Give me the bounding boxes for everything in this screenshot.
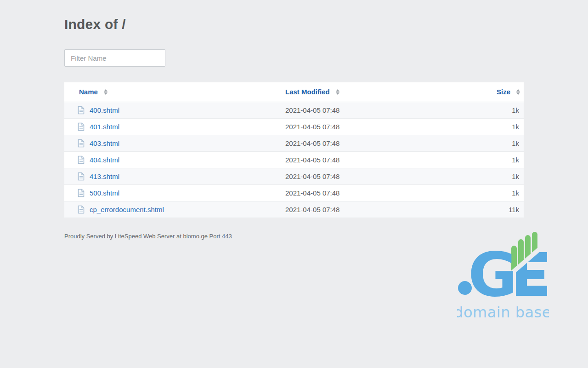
file-icon — [77, 189, 85, 197]
file-size: 1k — [469, 184, 524, 201]
table-row: 404.shtml2021-04-05 07:481k — [64, 151, 524, 168]
file-modified: 2021-04-05 07:48 — [285, 102, 469, 118]
column-header-label: Name — [79, 88, 98, 96]
ge-logo-graphic: G domain base — [457, 231, 549, 322]
file-modified: 2021-04-05 07:48 — [285, 201, 469, 218]
file-size: 11k — [469, 201, 524, 218]
file-link[interactable]: 401.shtml — [90, 123, 119, 131]
column-header-size[interactable]: Size — [469, 82, 524, 102]
file-link[interactable]: 500.shtml — [90, 189, 119, 197]
table-row: cp_errordocument.shtml2021-04-05 07:4811… — [64, 201, 524, 218]
file-icon — [77, 106, 85, 115]
file-size: 1k — [469, 102, 524, 118]
server-footer-text: Proudly Served by LiteSpeed Web Server a… — [64, 233, 524, 240]
sort-arrows-icon — [336, 89, 339, 95]
file-modified: 2021-04-05 07:48 — [285, 151, 469, 168]
file-modified: 2021-04-05 07:48 — [285, 135, 469, 151]
file-icon — [77, 205, 85, 214]
file-size: 1k — [469, 118, 524, 135]
ge-domain-base-logo: G domain base — [457, 231, 549, 322]
file-link[interactable]: 413.shtml — [90, 172, 119, 180]
table-header-row: Name Last Modified Size — [64, 82, 524, 102]
main-content: Index of / Name Last Modified — [64, 0, 524, 240]
file-link[interactable]: 403.shtml — [90, 139, 119, 147]
file-size: 1k — [469, 135, 524, 151]
table-row: 400.shtml2021-04-05 07:481k — [64, 102, 524, 118]
sort-arrows-icon — [516, 89, 520, 95]
file-link[interactable]: cp_errordocument.shtml — [90, 206, 164, 213]
file-rows: 400.shtml2021-04-05 07:481k401.shtml2021… — [64, 102, 524, 218]
table-row: 403.shtml2021-04-05 07:481k — [64, 135, 524, 151]
sort-arrows-icon — [104, 89, 107, 95]
file-link[interactable]: 400.shtml — [90, 106, 119, 114]
table-row: 401.shtml2021-04-05 07:481k — [64, 118, 524, 135]
column-header-last-modified[interactable]: Last Modified — [285, 82, 469, 102]
file-modified: 2021-04-05 07:48 — [285, 118, 469, 135]
column-header-label: Last Modified — [285, 88, 330, 96]
filter-name-input[interactable] — [64, 49, 165, 67]
table-row: 500.shtml2021-04-05 07:481k — [64, 184, 524, 201]
file-listing-table: Name Last Modified Size — [64, 82, 524, 218]
column-header-name[interactable]: Name — [64, 82, 285, 102]
file-icon — [77, 155, 85, 164]
file-icon — [77, 122, 85, 131]
ge-logo-tagline: domain base — [457, 304, 549, 321]
file-size: 1k — [469, 151, 524, 168]
file-modified: 2021-04-05 07:48 — [285, 168, 469, 184]
file-size: 1k — [469, 168, 524, 184]
table-row: 413.shtml2021-04-05 07:481k — [64, 168, 524, 184]
file-icon — [77, 172, 85, 181]
file-link[interactable]: 404.shtml — [90, 156, 119, 164]
page-title: Index of / — [64, 17, 524, 32]
file-modified: 2021-04-05 07:48 — [285, 184, 469, 201]
column-header-label: Size — [497, 88, 510, 96]
ge-logo-letter-g: G — [468, 240, 518, 310]
file-icon — [77, 139, 85, 148]
